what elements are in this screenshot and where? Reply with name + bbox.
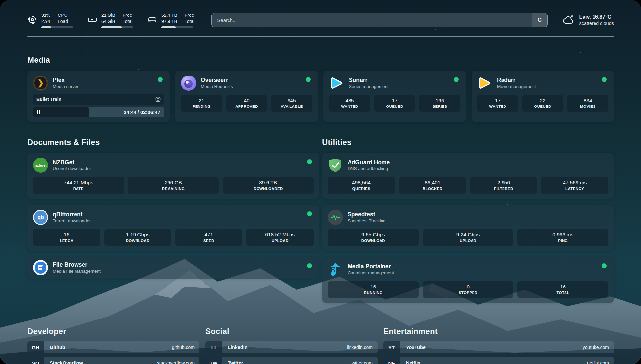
cpu-icon xyxy=(27,15,37,25)
overseerr-stat-pending: 21 PENDING xyxy=(181,95,222,112)
nzbget-card[interactable]: nzbget NZBGet Usenet downloader 744.21 M… xyxy=(27,153,319,199)
stat-value: 22 xyxy=(524,97,562,104)
qbittorrent-title: qBittorrent xyxy=(53,211,91,218)
utilities-section-title: Utilities xyxy=(322,138,614,147)
qbittorrent-subtitle: Torrent downloader xyxy=(53,218,91,224)
bookmark-youtube[interactable]: YT YouTube youtube.com xyxy=(383,341,614,353)
portainer-icon xyxy=(328,262,343,277)
stat-label: APPROVED xyxy=(228,104,266,109)
bookmark-url: twitter.com xyxy=(351,357,378,364)
nzbget-stat-remaining: 266 GB REMAINING xyxy=(128,177,219,194)
stat-value: 21 xyxy=(182,97,221,104)
stat-label: MOVIES xyxy=(568,104,607,109)
speedtest-icon xyxy=(328,210,343,225)
adguard-stat-latency: 47.569 ms LATENCY xyxy=(541,177,608,194)
stat-label: UPLOAD xyxy=(248,238,312,243)
pause-icon[interactable] xyxy=(37,110,40,114)
header-divider xyxy=(27,36,614,37)
overseerr-status-dot xyxy=(306,77,311,82)
bookmark-stackoverflow[interactable]: SO StackOverflow stackoverflow.com xyxy=(27,357,199,364)
bookmark-linkedin[interactable]: LI LinkedIn linkedin.com xyxy=(205,341,378,353)
disk-progress-bar xyxy=(161,26,193,28)
social-section-title: Social xyxy=(205,327,378,336)
radarr-stat-wanted: 17 WANTED xyxy=(477,95,518,112)
bookmark-github[interactable]: GH Github github.com xyxy=(27,341,199,353)
header: 31% 2.94 CPU Load xyxy=(27,10,614,30)
qbittorrent-card[interactable]: qb qBittorrent Torrent downloader 16 LEE… xyxy=(27,205,319,251)
ram-progress-bar xyxy=(101,26,133,28)
memory-widget: 21 GiB 64 GiB Free Total xyxy=(87,12,133,28)
sonarr-card[interactable]: Sonarr Series management 485 WANTED 17 Q… xyxy=(323,71,466,122)
weather-widget: Lviv, 16.87°C scattered clouds xyxy=(562,14,614,27)
adguard-stat-filtered: 2,956 FILTERED xyxy=(470,177,537,194)
weather-condition: scattered clouds xyxy=(579,20,614,27)
stat-value: 47.569 ms xyxy=(542,179,607,186)
cpu-label: CPU xyxy=(58,12,68,18)
speedtest-card[interactable]: Speedtest Speedtest Tracking 9.65 Gbps D… xyxy=(322,205,614,251)
nzbget-stat-downloaded: 39.6 TB DOWNLOADED xyxy=(223,177,314,194)
bookmark-abbr: NF xyxy=(383,357,400,364)
sonarr-status-dot xyxy=(454,77,459,82)
stat-label: WANTED xyxy=(478,104,517,109)
portainer-card[interactable]: Media Portainer Container management 16 … xyxy=(322,257,614,303)
filebrowser-icon xyxy=(33,260,48,275)
plex-card[interactable]: ❯ Plex Media server Bullet Train xyxy=(27,71,170,122)
bookmark-label: Github xyxy=(44,341,65,353)
portainer-stat-running: 16 RUNNING xyxy=(328,281,419,298)
plex-title: Plex xyxy=(53,76,78,84)
overseerr-card[interactable]: Overseerr Media Requests 21 PENDING 40 A… xyxy=(175,71,318,122)
qbittorrent-stat-leech: 16 LEECH xyxy=(33,229,100,246)
stat-label: WANTED xyxy=(330,104,369,109)
stat-label: RUNNING xyxy=(329,290,417,295)
speedtest-subtitle: Speedtest Tracking xyxy=(348,218,386,224)
stat-label: UPLOAD xyxy=(424,238,512,243)
ram-free-label: Free xyxy=(123,12,133,18)
search-input[interactable] xyxy=(212,13,532,27)
speedtest-stat-ping: 0.993 ms PING xyxy=(517,229,608,246)
social-bookmarks: Social LI LinkedIn linkedin.com TW Twitt… xyxy=(205,327,378,364)
media-info-icon[interactable] xyxy=(155,96,161,102)
disk-total-value: 97.9 TB xyxy=(161,18,177,24)
filebrowser-status-dot xyxy=(307,263,312,268)
stat-label: REMAINING xyxy=(129,186,218,191)
filebrowser-card[interactable]: File Browser Media File Management xyxy=(27,257,319,279)
disk-free-label: Free xyxy=(185,12,195,18)
stat-value: 834 xyxy=(568,97,607,104)
stat-label: SERIES xyxy=(420,104,459,109)
bookmark-twitter[interactable]: TW Twitter twitter.com xyxy=(205,357,378,364)
stat-label: LEECH xyxy=(34,238,99,243)
radarr-stat-movies: 834 MOVIES xyxy=(567,95,608,112)
documents-section: Documents & Files nzbget NZBGet Usenet d… xyxy=(27,138,319,309)
adguard-card[interactable]: AdGuard Home DNS and adblocking 498,564 … xyxy=(322,153,614,199)
bookmark-label: Netflix xyxy=(400,357,420,364)
stat-label: DOWNLOAD xyxy=(329,238,417,243)
stat-label: PING xyxy=(519,238,607,243)
sonarr-subtitle: Series management xyxy=(349,84,389,90)
search-engine-button[interactable]: G xyxy=(532,13,547,27)
bookmark-url: netflix.com xyxy=(587,357,614,364)
overseerr-stat-available: 945 AVAILABLE xyxy=(271,95,312,112)
sonarr-stat-queued: 17 QUEUED xyxy=(374,95,415,112)
bookmark-netflix[interactable]: NF Netflix netflix.com xyxy=(383,357,614,364)
speedtest-title: Speedtest xyxy=(348,211,386,218)
radarr-card[interactable]: Radarr Movie management 17 WANTED 22 QUE… xyxy=(472,71,614,122)
stat-label: STOPPED xyxy=(424,290,512,295)
stat-label: RATE xyxy=(34,186,123,191)
stat-value: 0 xyxy=(424,284,512,290)
stat-value: 16 xyxy=(329,284,417,290)
stat-label: BLOCKED xyxy=(400,186,465,191)
stat-label: QUEUED xyxy=(524,104,562,109)
content: 31% 2.94 CPU Load xyxy=(0,0,641,364)
ram-icon xyxy=(87,15,97,25)
overseerr-subtitle: Media Requests xyxy=(201,84,233,90)
cpu-progress-bar xyxy=(41,26,73,28)
qbittorrent-stat-seed: 471 SEED xyxy=(175,229,243,246)
media-section: Media ❯ Plex Media server Bullet Train xyxy=(27,55,614,122)
stat-value: 498,564 xyxy=(329,179,394,186)
nzbget-stat-rate: 744.21 Mbps RATE xyxy=(33,177,124,194)
bookmark-label: YouTube xyxy=(400,341,426,353)
qbittorrent-stat-download: 1.19 Gbps DOWNLOAD xyxy=(104,229,171,246)
portainer-stat-total: 16 TOTAL xyxy=(517,281,608,298)
plex-icon: ❯ xyxy=(33,76,48,91)
bookmark-url: github.com xyxy=(172,341,199,353)
